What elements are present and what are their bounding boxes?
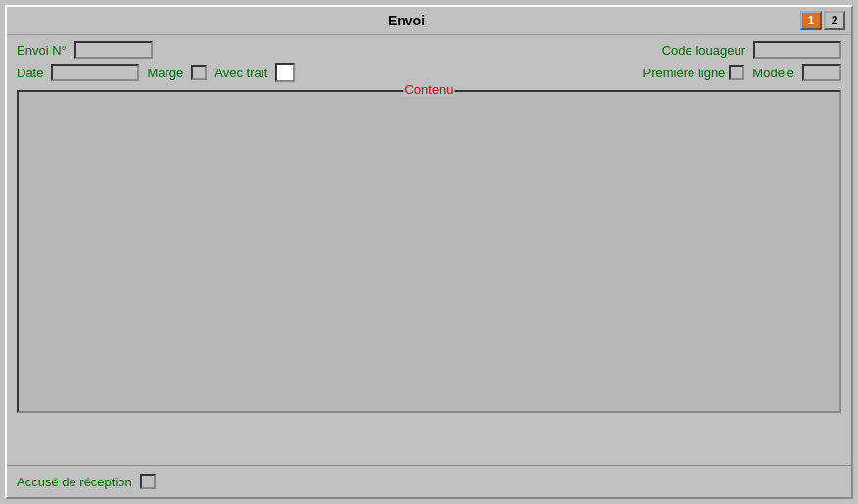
avec-trait-label: Avec trait [214,66,267,80]
premiere-ligne-checkbox[interactable] [729,65,744,80]
bottom-area: Accusé de réception [7,465,851,497]
modele-label: Modèle [752,66,794,80]
row-envoi: Envoi N° Code louageur [17,41,841,59]
marge-label: Marge [147,66,183,80]
code-louageur-input[interactable] [753,41,841,59]
code-louageur-label: Code louageur [662,43,745,58]
marge-checkbox[interactable] [191,65,207,80]
title-bar: Envoi 1 2 [7,7,851,35]
contenu-box[interactable] [17,90,841,413]
accuse-checkbox[interactable] [140,474,156,489]
premiere-ligne-label: Première ligne [644,66,726,80]
form-area: Envoi N° Code louageur Date Marge Avec t… [7,35,851,86]
row-date: Date Marge Avec trait Première ligne Mod… [17,63,841,82]
envoi-label: Envoi N° [17,43,67,58]
avec-trait-checkbox[interactable] [275,63,295,82]
window-title: Envoi [13,13,800,28]
title-buttons: 1 2 [800,11,845,30]
contenu-label: Contenu [403,82,454,97]
btn-2[interactable]: 2 [824,11,845,30]
premiere-ligne-group: Première ligne [644,65,745,80]
modele-input[interactable] [802,64,841,81]
contenu-section: Contenu [17,90,841,413]
main-window: Envoi 1 2 Envoi N° Code louageur Date Ma… [5,5,853,499]
date-label: Date [17,66,43,80]
date-input[interactable] [51,64,139,81]
accuse-label: Accusé de réception [17,475,132,489]
btn-1[interactable]: 1 [800,11,822,30]
envoi-input[interactable] [74,41,153,59]
